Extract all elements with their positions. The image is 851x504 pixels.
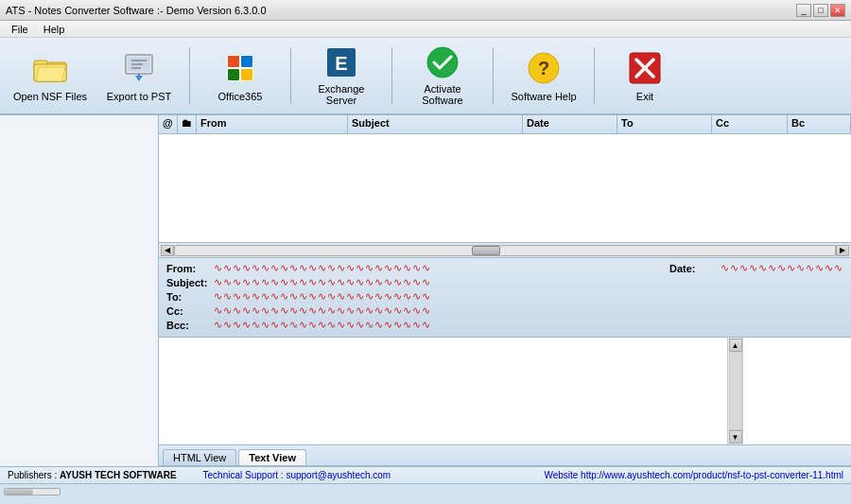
maximize-button[interactable]: □ [813,4,828,17]
horizontal-scrollbar-track[interactable] [174,245,837,256]
horizontal-scrollbar-area: ◀ ▶ [159,243,851,258]
exchange-server-button[interactable]: E Exchange Server [299,42,384,110]
exchange-server-label: Exchange Server [303,83,380,106]
open-nsf-button[interactable]: Open NSF Files [8,42,93,110]
scroll-down-arrow[interactable]: ▼ [729,430,742,443]
support-info: Technical Support : support@ayushtech.co… [203,470,391,480]
office365-label: Office365 [218,91,263,102]
vertical-scrollbar-track[interactable] [729,352,742,430]
col-header-attach: 🖿 [178,115,197,133]
menu-help[interactable]: Help [36,21,73,37]
scroll-up-arrow[interactable]: ▲ [729,339,742,352]
date-value: ∿∿∿∿∿∿∿∿∿∿∿∿∿ [721,262,843,274]
scroll-right-arrow[interactable]: ▶ [836,245,849,256]
col-header-flag: @ [159,115,178,133]
vertical-scrollbar: ▲ ▼ [727,338,742,444]
from-label: From: [166,263,214,274]
website-url: http://www.ayushtech.com/product/nsf-to-… [581,470,843,480]
bcc-label: Bcc: [166,320,214,331]
exchange-icon: E [322,45,360,79]
col-header-subject: Subject [348,115,523,133]
publisher-prefix: Publishers : [8,470,57,480]
svg-point-18 [427,47,458,78]
scroll-left-arrow[interactable]: ◀ [161,245,174,256]
html-view-tab[interactable]: HTML View [163,449,236,465]
publisher-name: AYUSH TECH SOFTWARE [60,470,177,480]
date-label: Date: [669,263,717,274]
cc-label: Cc: [166,305,214,317]
office365-icon [221,49,259,87]
bottom-scrollbar[interactable] [4,488,61,495]
website-label: Website [544,470,578,480]
col-header-date: Date [523,115,617,133]
support-email: support@ayushtech.com [286,470,391,480]
bcc-value: ∿∿∿∿∿∿∿∿∿∿∿∿∿∿∿∿∿∿∿∿∿∿∿ [214,319,431,331]
close-button[interactable]: ✕ [830,4,845,17]
col-header-bcc: Bc [788,115,851,133]
folder-open-icon [31,49,69,87]
to-label: To: [166,291,214,303]
svg-rect-13 [241,56,252,67]
support-label: Technical Support : [203,470,284,480]
software-help-button[interactable]: ? Software Help [501,42,586,110]
activate-software-label: Activate Software [404,83,481,106]
svg-text:E: E [335,53,347,74]
menu-bar: File Help [0,21,851,38]
col-header-from: From [197,115,348,133]
email-preview-right-panel [742,338,851,444]
activate-software-button[interactable]: Activate Software [400,42,485,110]
svg-rect-15 [241,69,252,80]
bottom-scrollbar-thumb[interactable] [5,489,33,495]
svg-text:?: ? [538,58,549,78]
bottom-scrollbar-area [0,483,851,498]
from-value: ∿∿∿∿∿∿∿∿∿∿∿∿∿∿∿∿∿∿∿∿∿∿∿ [214,262,431,274]
toolbar-separator-3 [391,47,392,104]
toolbar: Open NSF Files Export to PST [0,38,851,115]
svg-rect-14 [228,69,239,80]
col-header-to: To [617,115,712,133]
export-pst-label: Export to PST [107,91,171,102]
office365-button[interactable]: Office365 [198,42,283,110]
right-panel: @ 🖿 From Subject Date To Cc Bc ◀ ▶ From:… [159,115,851,466]
window-controls: _ □ ✕ [796,4,845,17]
text-view-tab[interactable]: Text View [238,449,306,465]
menu-file[interactable]: File [4,21,36,37]
to-value: ∿∿∿∿∿∿∿∿∿∿∿∿∿∿∿∿∿∿∿∿∿∿∿ [214,290,431,303]
svg-rect-12 [228,56,239,67]
exit-label: Exit [636,91,653,102]
email-list-body[interactable] [159,134,851,243]
exit-icon [626,49,664,87]
status-bar: Publishers : AYUSH TECH SOFTWARE Technic… [0,466,851,483]
main-content: @ 🖿 From Subject Date To Cc Bc ◀ ▶ From:… [0,115,851,466]
view-tabs: HTML View Text View [159,445,851,466]
help-icon: ? [525,49,563,87]
website-link[interactable]: Website http://www.ayushtech.com/product… [544,470,843,480]
svg-marker-3 [36,67,65,81]
toolbar-separator-4 [493,47,494,104]
publisher-label: Publishers : AYUSH TECH SOFTWARE [8,470,177,480]
exit-button[interactable]: Exit [602,42,687,110]
subject-value: ∿∿∿∿∿∿∿∿∿∿∿∿∿∿∿∿∿∿∿∿∿∿∿ [214,276,431,288]
title-bar: ATS - Notes Converter Software :- Demo V… [0,0,851,21]
toolbar-separator-2 [290,47,291,104]
email-list-header: @ 🖿 From Subject Date To Cc Bc [159,115,851,134]
subject-label: Subject: [166,277,214,288]
minimize-button[interactable]: _ [796,4,811,17]
horizontal-scrollbar-thumb[interactable] [472,246,500,255]
window-title: ATS - Notes Converter Software :- Demo V… [6,5,267,16]
col-header-cc: Cc [712,115,788,133]
export-pst-button[interactable]: Export to PST [96,42,182,110]
open-nsf-label: Open NSF Files [13,91,87,102]
left-panel [0,115,159,466]
software-help-label: Software Help [511,91,576,102]
toolbar-separator-1 [189,47,190,104]
toolbar-separator-5 [594,47,595,104]
cc-value: ∿∿∿∿∿∿∿∿∿∿∿∿∿∿∿∿∿∿∿∿∿∿∿ [214,304,431,317]
email-preview-header: From: ∿∿∿∿∿∿∿∿∿∿∿∿∿∿∿∿∿∿∿∿∿∿∿ Date: ∿∿∿∿… [159,258,851,338]
activate-icon [424,45,461,79]
email-body-content[interactable] [159,338,727,444]
email-body-area: ▲ ▼ [159,338,851,445]
export-icon [120,49,158,87]
